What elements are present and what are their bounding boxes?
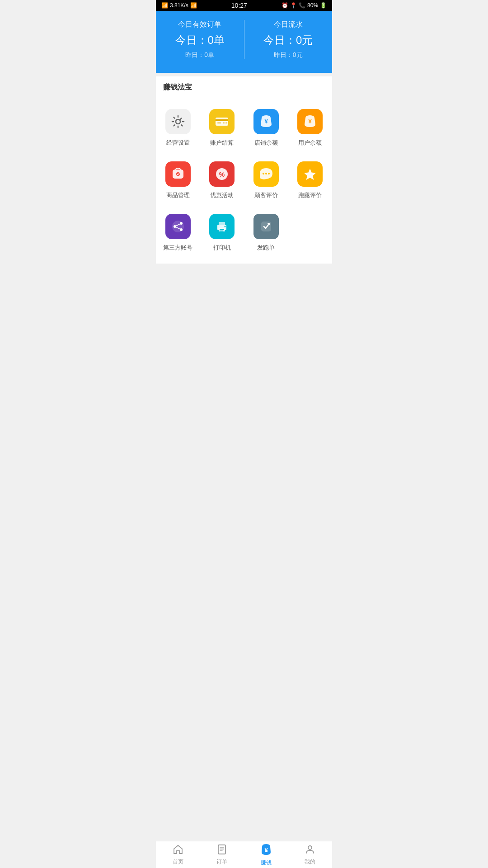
svg-point-27: [225, 226, 226, 227]
grid-item-user-balance[interactable]: ¥ 用户余额: [288, 102, 333, 154]
tools-section: 赚钱法宝 经营设置 账户结算: [156, 76, 332, 264]
section-title: 赚钱法宝: [156, 76, 332, 97]
svg-marker-15: [304, 169, 316, 180]
grid-item-shop-balance[interactable]: ¥ 店铺余额: [244, 102, 288, 154]
thirdparty-icon: [165, 214, 191, 239]
svg-rect-5: [225, 123, 227, 123]
battery-icon: 🔋: [320, 2, 327, 9]
svg-rect-2: [216, 119, 228, 121]
revenue-today: 今日：0元: [263, 33, 313, 47]
grid-item-printer[interactable]: 打印机: [200, 207, 244, 259]
svg-point-17: [174, 225, 176, 228]
svg-rect-25: [220, 229, 224, 230]
tools-grid: 经营设置 账户结算 ¥ 店铺余额: [156, 97, 332, 264]
svg-text:%: %: [219, 171, 225, 178]
grid-item-runner-review[interactable]: 跑腿评价: [288, 154, 333, 207]
location-icon: 📍: [290, 2, 297, 9]
user-balance-label: 用户余额: [298, 139, 322, 147]
grid-item-settings[interactable]: 经营设置: [156, 102, 200, 154]
orders-yesterday: 昨日：0单: [185, 51, 214, 59]
runner-review-icon: [297, 161, 323, 187]
status-left: 📶 3.81K/s 📶: [161, 2, 197, 9]
grid-item-promotions[interactable]: % 优惠活动: [200, 154, 244, 207]
thirdparty-label: 第三方账号: [163, 244, 192, 252]
battery-text: 80%: [307, 2, 318, 9]
shop-balance-label: 店铺余额: [254, 139, 278, 147]
grid-item-products[interactable]: 商品管理: [156, 154, 200, 207]
svg-point-0: [176, 119, 180, 124]
svg-rect-23: [219, 222, 225, 225]
promotions-icon: %: [209, 161, 235, 187]
products-icon: [165, 161, 191, 187]
orders-title: 今日有效订单: [178, 20, 221, 29]
grid-item-customer-review[interactable]: 顾客评价: [244, 154, 288, 207]
svg-point-12: [263, 173, 264, 175]
gray-area: [156, 267, 332, 358]
status-right: ⏰ 📍 📞 80% 🔋: [282, 2, 327, 9]
call-icon: 📞: [299, 2, 305, 9]
svg-text:¥: ¥: [264, 118, 268, 125]
svg-rect-4: [223, 123, 225, 123]
printer-label: 打印机: [213, 244, 231, 252]
svg-point-13: [265, 173, 267, 175]
revenue-title: 今日流水: [274, 20, 303, 29]
customer-review-icon: [253, 161, 279, 187]
account-icon: [209, 109, 235, 134]
account-label: 账户结算: [210, 139, 234, 147]
printer-icon: [209, 214, 235, 239]
orders-panel: 今日有效订单 今日：0单 昨日：0单: [156, 20, 244, 59]
dispatch-label: 发跑单: [257, 244, 275, 252]
svg-point-14: [268, 173, 270, 175]
wifi-icon: 📶: [190, 2, 197, 9]
dispatch-icon: [253, 214, 279, 239]
settings-label: 经营设置: [166, 139, 190, 147]
svg-rect-3: [217, 123, 221, 123]
grid-item-dispatch[interactable]: 发跑单: [244, 207, 288, 259]
runner-review-label: 跑腿评价: [298, 191, 322, 199]
products-label: 商品管理: [166, 191, 190, 199]
svg-rect-28: [261, 222, 271, 231]
svg-text:¥: ¥: [309, 118, 312, 125]
clock-icon: ⏰: [282, 2, 288, 9]
header-stats: 今日有效订单 今日：0单 昨日：0单 今日流水 今日：0元 昨日：0元: [156, 11, 332, 73]
orders-today: 今日：0单: [175, 33, 225, 47]
speed-text: 3.81K/s: [170, 2, 188, 9]
shop-balance-icon: ¥: [253, 109, 279, 134]
svg-rect-1: [216, 118, 228, 126]
time-text: 10:27: [231, 2, 247, 9]
svg-rect-26: [220, 231, 223, 231]
revenue-yesterday: 昨日：0元: [274, 51, 303, 59]
revenue-panel: 今日流水 今日：0元 昨日：0元: [244, 20, 333, 59]
promotions-label: 优惠活动: [210, 191, 234, 199]
customer-review-label: 顾客评价: [254, 191, 278, 199]
grid-item-account[interactable]: 账户结算: [200, 102, 244, 154]
grid-item-thirdparty[interactable]: 第三方账号: [156, 207, 200, 259]
status-bar: 📶 3.81K/s 📶 10:27 ⏰ 📍 📞 80% 🔋: [156, 0, 332, 11]
signal-icon: 📶: [161, 2, 168, 9]
settings-icon: [165, 109, 191, 134]
user-balance-icon: ¥: [297, 109, 323, 134]
